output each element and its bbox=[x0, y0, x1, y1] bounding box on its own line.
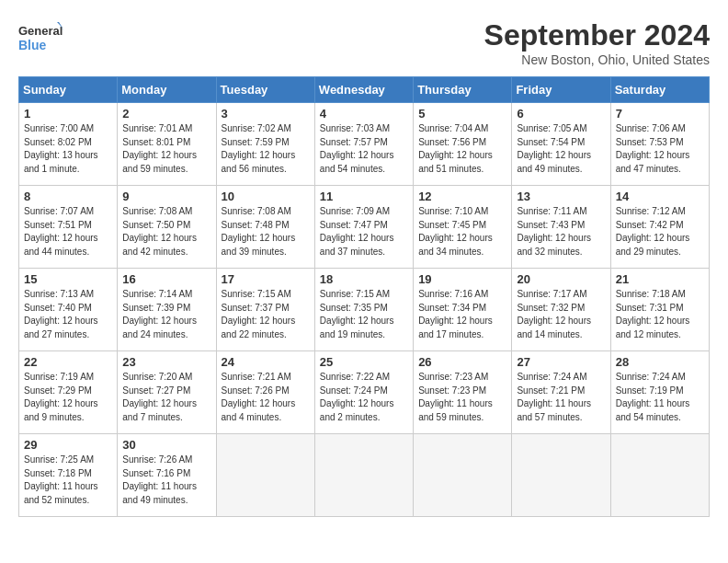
day-info: Sunrise: 7:24 AMSunset: 7:21 PMDaylight:… bbox=[517, 371, 605, 424]
week-row-5: 29Sunrise: 7:25 AMSunset: 7:18 PMDayligh… bbox=[19, 434, 710, 517]
day-number: 16 bbox=[122, 272, 210, 286]
weekday-friday: Friday bbox=[512, 77, 610, 103]
weekday-thursday: Thursday bbox=[414, 77, 512, 103]
week-row-4: 22Sunrise: 7:19 AMSunset: 7:29 PMDayligh… bbox=[19, 351, 710, 434]
day-info: Sunrise: 7:19 AMSunset: 7:29 PMDaylight:… bbox=[24, 371, 112, 424]
day-info: Sunrise: 7:18 AMSunset: 7:31 PMDaylight:… bbox=[616, 288, 704, 341]
day-number: 21 bbox=[616, 272, 704, 286]
day-info: Sunrise: 7:24 AMSunset: 7:19 PMDaylight:… bbox=[616, 371, 704, 424]
day-cell: 28Sunrise: 7:24 AMSunset: 7:19 PMDayligh… bbox=[610, 351, 709, 434]
day-cell: 14Sunrise: 7:12 AMSunset: 7:42 PMDayligh… bbox=[610, 186, 709, 269]
day-number: 9 bbox=[122, 190, 210, 203]
weekday-saturday: Saturday bbox=[610, 77, 709, 103]
day-cell: 18Sunrise: 7:15 AMSunset: 7:35 PMDayligh… bbox=[314, 269, 413, 351]
day-cell: 17Sunrise: 7:15 AMSunset: 7:37 PMDayligh… bbox=[216, 269, 314, 351]
day-info: Sunrise: 7:01 AMSunset: 8:01 PMDaylight:… bbox=[122, 122, 210, 176]
day-cell: 13Sunrise: 7:11 AMSunset: 7:43 PMDayligh… bbox=[512, 186, 610, 269]
day-info: Sunrise: 7:21 AMSunset: 7:26 PMDaylight:… bbox=[222, 371, 310, 424]
day-cell: 30Sunrise: 7:26 AMSunset: 7:16 PMDayligh… bbox=[118, 434, 216, 517]
day-cell: 26Sunrise: 7:23 AMSunset: 7:23 PMDayligh… bbox=[414, 351, 512, 434]
day-info: Sunrise: 7:10 AMSunset: 7:45 PMDaylight:… bbox=[418, 205, 506, 259]
header: General Blue September 2024 New Boston, … bbox=[18, 18, 710, 67]
day-info: Sunrise: 7:12 AMSunset: 7:42 PMDaylight:… bbox=[616, 205, 704, 259]
day-number: 5 bbox=[418, 107, 506, 121]
day-cell bbox=[414, 434, 512, 517]
day-info: Sunrise: 7:26 AMSunset: 7:16 PMDaylight:… bbox=[122, 454, 210, 507]
day-number: 2 bbox=[122, 107, 210, 121]
calendar-table: SundayMondayTuesdayWednesdayThursdayFrid… bbox=[18, 76, 710, 517]
day-info: Sunrise: 7:13 AMSunset: 7:40 PMDaylight:… bbox=[24, 288, 112, 341]
weekday-tuesday: Tuesday bbox=[216, 77, 314, 103]
day-cell: 25Sunrise: 7:22 AMSunset: 7:24 PMDayligh… bbox=[314, 351, 413, 434]
day-cell: 23Sunrise: 7:20 AMSunset: 7:27 PMDayligh… bbox=[118, 351, 216, 434]
day-info: Sunrise: 7:06 AMSunset: 7:53 PMDaylight:… bbox=[616, 122, 704, 176]
week-row-2: 8Sunrise: 7:07 AMSunset: 7:51 PMDaylight… bbox=[19, 186, 710, 269]
day-number: 10 bbox=[222, 190, 310, 203]
day-cell: 29Sunrise: 7:25 AMSunset: 7:18 PMDayligh… bbox=[19, 434, 118, 517]
day-info: Sunrise: 7:02 AMSunset: 7:59 PMDaylight:… bbox=[222, 122, 310, 176]
day-number: 6 bbox=[517, 107, 605, 121]
svg-text:Blue: Blue bbox=[18, 38, 47, 52]
day-number: 20 bbox=[517, 272, 605, 286]
day-number: 3 bbox=[222, 107, 310, 121]
day-number: 27 bbox=[517, 355, 605, 369]
day-cell bbox=[610, 434, 709, 517]
title-area: September 2024 New Boston, Ohio, United … bbox=[484, 18, 710, 67]
day-number: 26 bbox=[418, 355, 506, 369]
day-info: Sunrise: 7:08 AMSunset: 7:48 PMDaylight:… bbox=[222, 205, 310, 259]
day-info: Sunrise: 7:22 AMSunset: 7:24 PMDaylight:… bbox=[320, 371, 408, 424]
day-info: Sunrise: 7:03 AMSunset: 7:57 PMDaylight:… bbox=[320, 122, 408, 176]
day-number: 30 bbox=[122, 438, 210, 452]
day-info: Sunrise: 7:07 AMSunset: 7:51 PMDaylight:… bbox=[24, 205, 112, 259]
day-info: Sunrise: 7:14 AMSunset: 7:39 PMDaylight:… bbox=[122, 288, 210, 341]
week-row-1: 1Sunrise: 7:00 AMSunset: 8:02 PMDaylight… bbox=[19, 103, 710, 186]
month-title: September 2024 bbox=[484, 18, 710, 52]
day-info: Sunrise: 7:09 AMSunset: 7:47 PMDaylight:… bbox=[320, 205, 408, 259]
day-info: Sunrise: 7:05 AMSunset: 7:54 PMDaylight:… bbox=[517, 122, 605, 176]
day-cell: 4Sunrise: 7:03 AMSunset: 7:57 PMDaylight… bbox=[314, 103, 413, 186]
day-info: Sunrise: 7:11 AMSunset: 7:43 PMDaylight:… bbox=[517, 205, 605, 259]
svg-text:General: General bbox=[18, 24, 63, 38]
day-cell: 16Sunrise: 7:14 AMSunset: 7:39 PMDayligh… bbox=[118, 269, 216, 351]
day-number: 23 bbox=[122, 355, 210, 369]
day-number: 1 bbox=[24, 107, 112, 121]
day-cell: 7Sunrise: 7:06 AMSunset: 7:53 PMDaylight… bbox=[610, 103, 709, 186]
day-number: 28 bbox=[616, 355, 704, 369]
day-info: Sunrise: 7:25 AMSunset: 7:18 PMDaylight:… bbox=[24, 454, 112, 507]
weekday-monday: Monday bbox=[118, 77, 216, 103]
day-number: 12 bbox=[418, 190, 506, 203]
day-info: Sunrise: 7:20 AMSunset: 7:27 PMDaylight:… bbox=[122, 371, 210, 424]
logo-svg: General Blue bbox=[18, 18, 64, 55]
day-number: 17 bbox=[222, 272, 310, 286]
day-info: Sunrise: 7:00 AMSunset: 8:02 PMDaylight:… bbox=[24, 122, 112, 176]
day-cell: 6Sunrise: 7:05 AMSunset: 7:54 PMDaylight… bbox=[512, 103, 610, 186]
day-cell: 3Sunrise: 7:02 AMSunset: 7:59 PMDaylight… bbox=[216, 103, 314, 186]
day-info: Sunrise: 7:15 AMSunset: 7:35 PMDaylight:… bbox=[320, 288, 408, 341]
day-number: 18 bbox=[320, 272, 408, 286]
day-info: Sunrise: 7:17 AMSunset: 7:32 PMDaylight:… bbox=[517, 288, 605, 341]
day-info: Sunrise: 7:15 AMSunset: 7:37 PMDaylight:… bbox=[222, 288, 310, 341]
day-number: 4 bbox=[320, 107, 408, 121]
day-cell: 5Sunrise: 7:04 AMSunset: 7:56 PMDaylight… bbox=[414, 103, 512, 186]
calendar-body: 1Sunrise: 7:00 AMSunset: 8:02 PMDaylight… bbox=[19, 103, 710, 517]
day-number: 25 bbox=[320, 355, 408, 369]
weekday-sunday: Sunday bbox=[19, 77, 118, 103]
day-cell: 11Sunrise: 7:09 AMSunset: 7:47 PMDayligh… bbox=[314, 186, 413, 269]
day-number: 13 bbox=[517, 190, 605, 203]
day-number: 11 bbox=[320, 190, 408, 203]
day-cell: 2Sunrise: 7:01 AMSunset: 8:01 PMDaylight… bbox=[118, 103, 216, 186]
day-info: Sunrise: 7:23 AMSunset: 7:23 PMDaylight:… bbox=[418, 371, 506, 424]
day-cell: 20Sunrise: 7:17 AMSunset: 7:32 PMDayligh… bbox=[512, 269, 610, 351]
day-cell: 24Sunrise: 7:21 AMSunset: 7:26 PMDayligh… bbox=[216, 351, 314, 434]
day-number: 7 bbox=[616, 107, 704, 121]
day-number: 19 bbox=[418, 272, 506, 286]
day-cell: 15Sunrise: 7:13 AMSunset: 7:40 PMDayligh… bbox=[19, 269, 118, 351]
day-cell: 22Sunrise: 7:19 AMSunset: 7:29 PMDayligh… bbox=[19, 351, 118, 434]
logo: General Blue bbox=[18, 18, 64, 55]
day-cell: 1Sunrise: 7:00 AMSunset: 8:02 PMDaylight… bbox=[19, 103, 118, 186]
day-cell bbox=[216, 434, 314, 517]
day-info: Sunrise: 7:08 AMSunset: 7:50 PMDaylight:… bbox=[122, 205, 210, 259]
day-cell: 21Sunrise: 7:18 AMSunset: 7:31 PMDayligh… bbox=[610, 269, 709, 351]
day-cell: 9Sunrise: 7:08 AMSunset: 7:50 PMDaylight… bbox=[118, 186, 216, 269]
weekday-wednesday: Wednesday bbox=[314, 77, 413, 103]
